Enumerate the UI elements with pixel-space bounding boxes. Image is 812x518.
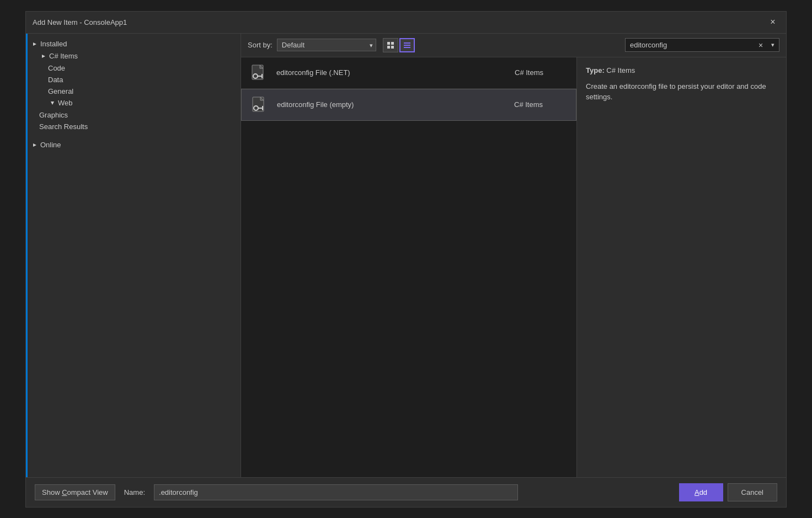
type-value: C# Items	[606, 66, 635, 74]
item-icon-0	[248, 62, 270, 84]
svg-rect-8	[404, 42, 410, 44]
view-buttons	[383, 38, 415, 52]
sidebar-item-installed[interactable]: Installed	[26, 38, 241, 50]
online-label: Online	[40, 141, 61, 149]
online-arrow-icon	[30, 141, 39, 149]
installed-arrow-icon	[30, 40, 39, 49]
svg-rect-9	[404, 45, 410, 46]
search-box-wrapper: × ▾	[625, 38, 779, 52]
cancel-button[interactable]: Cancel	[728, 483, 777, 501]
web-arrow-icon	[48, 99, 57, 108]
bottom-bar: Show Compact View Name: Add Cancel	[26, 477, 786, 507]
sort-dropdown-wrapper: Default Name Type	[277, 39, 376, 51]
type-label: Type:	[586, 66, 605, 74]
svg-marker-2	[51, 102, 54, 105]
dialog-title: Add New Item - ConsoleApp1	[33, 18, 127, 26]
toolbar: Sort by: Default Name Type	[241, 34, 786, 57]
name-input[interactable]	[154, 484, 518, 500]
installed-label: Installed	[40, 40, 67, 48]
list-view-button[interactable]	[399, 38, 415, 52]
dialog-body: Installed C# Items Code Data General	[26, 34, 786, 477]
svg-rect-5	[391, 42, 394, 45]
svg-rect-4	[387, 42, 390, 45]
table-row[interactable]: editorconfig File (empty) C# Items	[241, 89, 576, 121]
svg-rect-7	[391, 46, 394, 49]
detail-description: Create an editorconfig file to persist y…	[586, 81, 777, 103]
blue-indicator	[26, 34, 28, 477]
content-row: editorconfig File (.NET) C# Items	[241, 57, 786, 477]
add-button[interactable]: Add	[679, 483, 723, 501]
csharp-items-label: C# Items	[49, 52, 78, 60]
search-clear-button[interactable]: ×	[755, 40, 766, 51]
detail-type: Type: C# Items	[586, 66, 777, 74]
sort-dropdown[interactable]: Default Name Type	[277, 39, 376, 51]
svg-rect-10	[404, 47, 410, 48]
sidebar-item-code[interactable]: Code	[26, 62, 241, 74]
detail-panel: Type: C# Items Create an editorconfig fi…	[576, 57, 786, 477]
sort-label: Sort by:	[248, 41, 273, 49]
sidebar-item-graphics[interactable]: Graphics	[26, 109, 241, 121]
data-label: Data	[48, 76, 63, 84]
csharp-items-arrow-icon	[39, 52, 48, 61]
graphics-label: Graphics	[39, 111, 68, 119]
add-new-item-dialog: Add New Item - ConsoleApp1 × Installed C…	[25, 11, 787, 508]
sidebar-item-online[interactable]: Online	[26, 139, 241, 151]
general-label: General	[48, 87, 73, 95]
web-label: Web	[58, 99, 73, 107]
sidebar-item-general[interactable]: General	[26, 86, 241, 97]
grid-view-button[interactable]	[383, 38, 398, 52]
item-list: editorconfig File (.NET) C# Items	[241, 57, 576, 477]
sidebar-item-web[interactable]: Web	[26, 97, 241, 109]
item-name-1: editorconfig File (empty)	[277, 100, 514, 109]
table-row[interactable]: editorconfig File (.NET) C# Items	[241, 57, 576, 89]
sidebar-item-csharp-items[interactable]: C# Items	[26, 50, 241, 62]
item-name-0: editorconfig File (.NET)	[276, 68, 515, 77]
compact-view-button[interactable]: Show Compact View	[35, 484, 115, 500]
sidebar: Installed C# Items Code Data General	[26, 34, 241, 477]
item-icon-1	[248, 94, 270, 116]
svg-rect-6	[387, 46, 390, 49]
svg-marker-3	[33, 143, 36, 147]
search-results-label: Search Results	[39, 122, 88, 131]
sidebar-item-search-results[interactable]: Search Results	[26, 121, 241, 132]
code-label: Code	[48, 64, 65, 72]
action-buttons: Add Cancel	[679, 483, 777, 501]
close-button[interactable]: ×	[766, 15, 779, 29]
svg-marker-1	[42, 55, 45, 58]
search-dropdown-button[interactable]: ▾	[767, 40, 778, 51]
item-category-0: C# Items	[515, 68, 570, 77]
name-label: Name:	[124, 488, 145, 496]
title-bar: Add New Item - ConsoleApp1 ×	[26, 12, 786, 34]
sidebar-item-data[interactable]: Data	[26, 74, 241, 86]
main-content: Sort by: Default Name Type	[241, 34, 786, 477]
item-category-1: C# Items	[514, 100, 569, 109]
svg-marker-0	[33, 42, 36, 46]
